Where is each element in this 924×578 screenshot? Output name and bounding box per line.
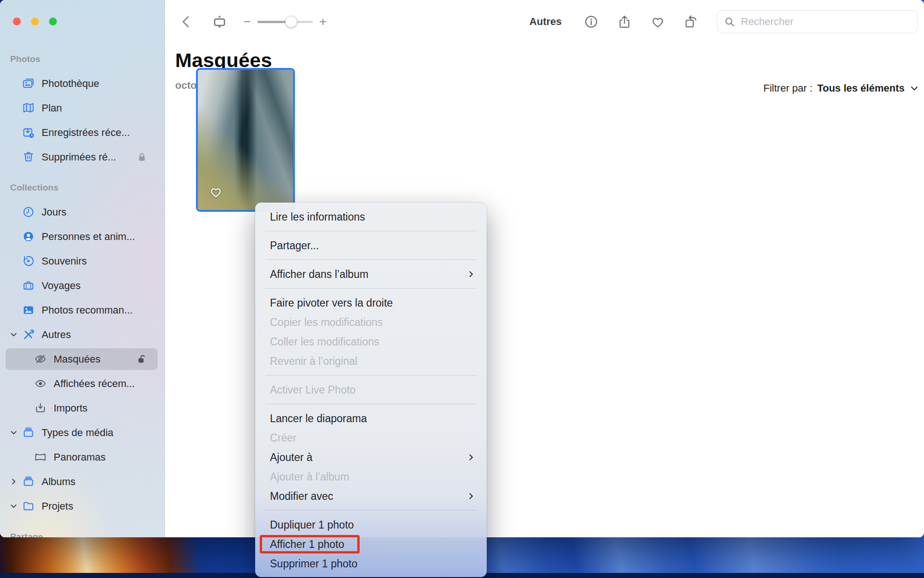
sidebar-item-label: Affichées récem... <box>54 378 158 390</box>
chevron-down-icon[interactable] <box>9 501 21 511</box>
sidebar-item-personnes-et-animaux[interactable]: Personnes et anim... <box>0 224 165 249</box>
share-button[interactable] <box>617 14 632 29</box>
menu-item-faire-pivoter[interactable]: Faire pivoter vers la droite <box>255 293 487 313</box>
sidebar-item-affichees-recemment[interactable]: Affichées récem... <box>0 371 165 396</box>
submenu-chevron-icon <box>466 453 476 462</box>
menu-item-label: Activer Live Photo <box>270 384 476 396</box>
aspect-zoom-icon[interactable] <box>212 14 227 29</box>
sidebar-item-label: Panoramas <box>54 451 158 463</box>
lock-open-icon <box>136 354 147 365</box>
sidebar-item-panoramas[interactable]: Panoramas <box>0 445 165 469</box>
sidebar-item-phototheque[interactable]: Photothèque <box>0 71 165 96</box>
zoom-in-plus[interactable]: + <box>319 16 327 28</box>
memories-icon <box>21 255 36 268</box>
sidebar-item-enregistrees-recemment[interactable]: Enregistrées réce... <box>0 120 165 145</box>
sidebar-item-photos-recommandees[interactable]: Photos recomman... <box>0 298 165 322</box>
sidebar-item-label: Supprimées ré... <box>42 151 136 163</box>
menu-item-ajouter-a[interactable]: Ajouter à <box>255 448 487 467</box>
lock-closed-icon <box>136 152 147 163</box>
menu-separator <box>265 288 477 289</box>
sidebar-item-jours[interactable]: Jours <box>0 200 165 224</box>
chevron-right-icon[interactable] <box>9 477 21 487</box>
menu-item-label: Ajouter à <box>270 451 466 464</box>
favorite-button[interactable] <box>650 14 665 29</box>
menu-item-label: Créer <box>270 432 476 444</box>
sidebar-item-label: Imports <box>54 402 158 414</box>
sidebar-section-collections: Collections <box>0 180 165 195</box>
zoom-slider-track[interactable] <box>257 21 313 23</box>
saved-recently-icon <box>21 126 36 139</box>
chevron-down-icon[interactable] <box>9 428 21 438</box>
sidebar-item-albums[interactable]: Albums <box>0 469 165 494</box>
back-button[interactable] <box>179 14 194 29</box>
filter-label: Filtrer par : <box>764 82 813 94</box>
zoom-slider-thumb[interactable] <box>285 16 297 28</box>
menu-item-ajouter-album: Ajouter à l’album <box>255 467 487 486</box>
eye-icon <box>33 377 48 390</box>
menu-item-lire-les-informations[interactable]: Lire les informations <box>255 207 487 227</box>
rotate-button[interactable] <box>684 14 698 29</box>
sidebar-item-types-de-media[interactable]: Types de média <box>0 420 165 445</box>
menu-item-coller-modifications: Coller les modifications <box>255 332 487 351</box>
sidebar: Photos Photothèque Plan Enregistrées réc… <box>0 0 165 537</box>
minimize-button[interactable] <box>31 18 39 25</box>
menu-item-supprimer-1-photo[interactable]: Supprimer 1 photo <box>255 554 487 573</box>
sidebar-item-souvenirs[interactable]: Souvenirs <box>0 249 165 273</box>
trash-icon <box>21 151 36 164</box>
menu-item-label: Revenir à l’original <box>270 355 476 368</box>
menu-item-afficher-dans-album[interactable]: Afficher dans l’album <box>255 264 487 284</box>
sidebar-item-label: Projets <box>42 500 158 512</box>
menu-item-copier-modifications: Copier les modifications <box>255 313 487 332</box>
menu-item-dupliquer-1-photo[interactable]: Dupliquer 1 photo <box>255 515 487 535</box>
import-icon <box>33 402 48 415</box>
sidebar-item-imports[interactable]: Imports <box>0 396 165 420</box>
eye-slash-icon <box>33 353 48 366</box>
menu-item-label: Supprimer 1 photo <box>270 558 476 570</box>
sidebar-item-autres[interactable]: Autres <box>0 322 165 347</box>
sidebar-item-masquees[interactable]: Masquées <box>0 347 165 371</box>
menu-item-partager[interactable]: Partager... <box>255 236 487 255</box>
menu-item-lancer-diaporama[interactable]: Lancer le diaporama <box>255 409 487 428</box>
menu-separator <box>265 259 477 260</box>
search-field[interactable] <box>717 10 918 33</box>
media-types-icon <box>21 426 36 439</box>
sidebar-item-voyages[interactable]: Voyages <box>0 273 165 298</box>
menu-item-label: Dupliquer 1 photo <box>270 519 476 531</box>
map-icon <box>21 102 36 115</box>
photo-thumbnail-selected[interactable] <box>196 68 295 212</box>
photo-library-icon <box>21 77 36 90</box>
toolbar-others-label: Autres <box>529 16 562 28</box>
submenu-chevron-icon <box>466 492 476 501</box>
sidebar-item-label: Autres <box>42 329 158 341</box>
sidebar-item-label: Voyages <box>42 280 158 292</box>
sidebar-item-label: Types de média <box>42 427 158 439</box>
menu-item-label: Copier les modifications <box>270 316 476 329</box>
filter-dropdown[interactable]: Filtrer par : Tous les éléments <box>764 82 919 94</box>
info-button[interactable] <box>584 14 599 29</box>
search-icon <box>724 16 735 28</box>
close-button[interactable] <box>13 18 21 25</box>
menu-item-label: Modifier avec <box>270 490 466 503</box>
sidebar-item-projets[interactable]: Projets <box>0 494 165 518</box>
sidebar-item-supprimees-recemment[interactable]: Supprimées ré... <box>0 145 165 169</box>
zoom-button[interactable] <box>49 18 57 25</box>
favorite-heart-icon <box>209 185 223 201</box>
chevron-down-icon[interactable] <box>9 330 21 340</box>
chevron-down-icon <box>909 83 919 93</box>
sidebar-item-label: Photos recomman... <box>42 304 158 316</box>
clock-icon <box>21 206 36 219</box>
menu-item-label: Afficher dans l’album <box>270 268 466 281</box>
zoom-out-minus[interactable]: − <box>244 16 251 28</box>
albums-icon <box>21 475 36 488</box>
sidebar-item-label: Photothèque <box>42 78 158 90</box>
menu-item-creer: Créer <box>255 428 487 448</box>
sidebar-item-label: Masquées <box>54 353 136 365</box>
menu-item-label: Afficher 1 photo <box>270 538 476 551</box>
sidebar-item-label: Souvenirs <box>42 255 158 267</box>
menu-item-afficher-1-photo[interactable]: Afficher 1 photo <box>255 535 487 554</box>
search-input[interactable] <box>741 16 911 28</box>
sidebar-item-plan[interactable]: Plan <box>0 96 165 120</box>
menu-separator <box>265 231 477 231</box>
menu-item-modifier-avec[interactable]: Modifier avec <box>255 486 487 506</box>
menu-separator <box>265 404 477 404</box>
